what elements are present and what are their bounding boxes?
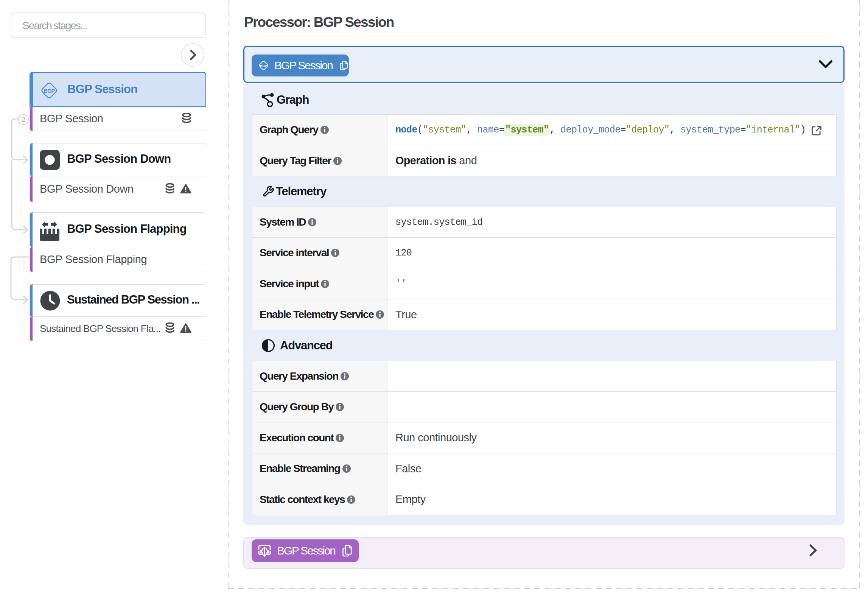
svg-text:BGP: BGP (260, 64, 267, 68)
svg-text:BGP: BGP (44, 88, 55, 94)
